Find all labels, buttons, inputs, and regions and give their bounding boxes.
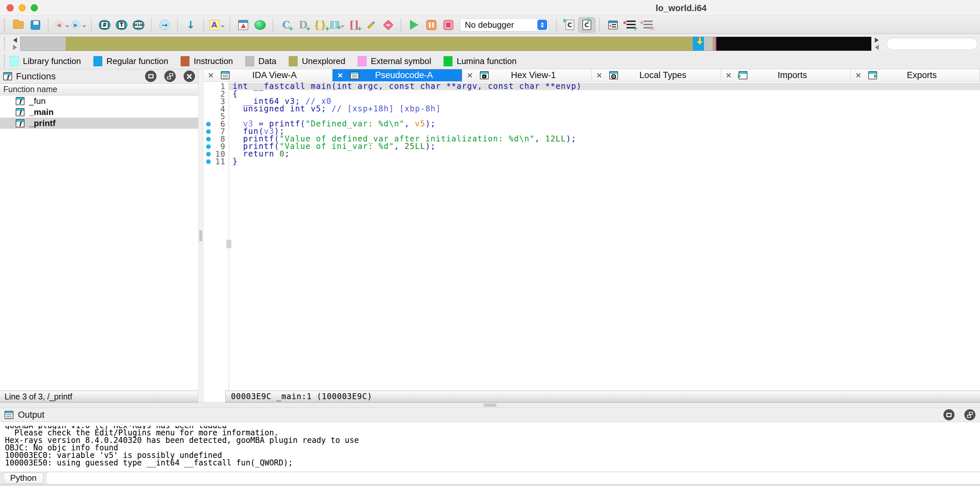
close-tab-icon[interactable] — [208, 72, 214, 79]
code-line-9[interactable]: 9 printf("Value of ini_var: %d", 25LL); — [203, 143, 980, 150]
navband-drag-handle[interactable] — [4, 38, 6, 50]
scroll-left-icon[interactable] — [13, 38, 17, 43]
close-panel-button[interactable] — [184, 71, 195, 82]
output-log[interactable]: gooMBA plugin v1.0 (c) Hex-Rays has been… — [0, 422, 980, 472]
breakpoint-list-delete-icon[interactable]: × — [638, 17, 655, 32]
tab-hex-view-1[interactable]: Hex View-1 — [462, 69, 592, 81]
jump-next-icon[interactable]: ↓ — [182, 17, 199, 32]
maximize-output-button[interactable] — [943, 409, 955, 420]
code-gutter[interactable]: 11 — [203, 158, 229, 165]
tab-imports[interactable]: Imports — [721, 69, 850, 81]
navband-segment-data[interactable] — [704, 37, 713, 51]
compile-d-icon[interactable]: D+ — [295, 17, 312, 32]
float-output-button[interactable] — [964, 409, 975, 420]
edit-function-icon[interactable] — [363, 17, 380, 32]
add-struct-icon[interactable]: + — [329, 17, 345, 32]
python-command-input[interactable] — [47, 472, 980, 484]
nav-back-icon[interactable]: ◀ — [53, 17, 70, 32]
code-line-6[interactable]: 6 v3 = printf("Defined_var: %d\n", v5); — [203, 120, 980, 128]
open-file-icon[interactable] — [10, 17, 27, 32]
toolbar-drag-handle[interactable] — [4, 19, 6, 31]
make-text-icon[interactable]: T — [113, 17, 130, 32]
output-icon — [5, 411, 13, 419]
jump-address-icon[interactable]: → — [156, 17, 173, 32]
tab-ida-view-a[interactable]: IDA View-A — [203, 69, 332, 81]
code-line-4[interactable]: 4 unsigned int v5; // [xsp+18h] [xbp-8h] — [203, 105, 980, 113]
navband-left-arrows[interactable] — [13, 38, 17, 50]
tab-local-types[interactable]: 0Local Types — [592, 69, 721, 81]
breakpoint-list-add-icon[interactable]: + — [621, 17, 638, 32]
pseudocode-view[interactable]: 1int __fastcall main(int argc, const cha… — [203, 82, 980, 391]
code-text[interactable]: } — [229, 158, 980, 165]
close-tab-icon[interactable] — [467, 72, 473, 79]
current-position-marker-icon[interactable] — [695, 37, 704, 48]
pause-process-icon[interactable] — [423, 17, 440, 32]
stop-process-icon[interactable] — [440, 17, 457, 32]
navband-segment-unexplored[interactable] — [713, 37, 715, 51]
code-line-10[interactable]: 10 return 0; — [203, 150, 980, 158]
navband-segment-data[interactable] — [21, 37, 66, 51]
tab-pseudocode-a[interactable]: Pseudocode-A — [332, 69, 462, 81]
splitter-grip[interactable] — [199, 230, 202, 241]
add-brackets-icon[interactable]: []+ — [345, 17, 363, 32]
navigation-band[interactable] — [20, 37, 872, 51]
horizontal-splitter[interactable] — [0, 402, 980, 408]
delete-breakpoint-icon[interactable] — [380, 17, 396, 32]
function-row-_main[interactable]: f_main — [0, 106, 198, 118]
close-tab-icon[interactable] — [337, 72, 344, 79]
address-dot-icon[interactable] — [206, 137, 211, 141]
code-text[interactable]: unsigned int v5; // [xsp+18h] [xbp-8h] — [229, 105, 980, 113]
address-dot-icon[interactable] — [206, 145, 211, 149]
select-stepper-icon[interactable] — [538, 20, 547, 30]
message-list-icon[interactable] — [605, 17, 621, 32]
scroll-right-icon[interactable] — [13, 45, 17, 50]
vertical-splitter[interactable] — [198, 69, 203, 402]
close-tab-icon[interactable] — [855, 72, 862, 79]
close-tab-icon[interactable] — [725, 72, 732, 79]
navband-segment-unexplored[interactable] — [66, 37, 693, 51]
code-text[interactable]: int __fastcall main(int argc, const char… — [229, 83, 980, 90]
maximize-panel-button[interactable] — [145, 71, 156, 82]
quick-c-view-icon[interactable]: C — [561, 17, 578, 32]
run-process-icon[interactable] — [406, 17, 423, 32]
compile-c-icon[interactable]: C+ — [278, 17, 295, 32]
address-dot-icon[interactable] — [206, 122, 211, 126]
address-dot-icon[interactable] — [206, 152, 211, 156]
code-line-1[interactable]: 1int __fastcall main(int argc, const cha… — [203, 83, 980, 90]
lumina-icon[interactable] — [251, 17, 269, 32]
gutter-splitter-grip[interactable] — [226, 240, 231, 248]
splitter-grip[interactable] — [484, 404, 496, 407]
debugger-select[interactable]: No debugger — [460, 18, 549, 31]
scroll-left-icon[interactable] — [875, 45, 879, 50]
code-text[interactable]: printf("Value of ini_var: %d", 25LL); — [229, 143, 980, 150]
search-input[interactable] — [886, 38, 977, 50]
python-language-button[interactable]: Python — [3, 473, 43, 484]
quick-c-view-active-icon[interactable]: C — [578, 17, 595, 32]
navband-segment-end[interactable] — [716, 37, 871, 51]
minimize-window-button[interactable] — [19, 4, 26, 11]
float-panel-button[interactable] — [164, 71, 176, 82]
code-text[interactable]: v3 = printf("Defined_var: %d\n", v5); — [229, 120, 980, 128]
address-dot-icon[interactable] — [206, 159, 211, 164]
code-text[interactable]: { — [229, 90, 980, 98]
tab-exports[interactable]: Exports — [851, 69, 980, 81]
strings-window-icon[interactable]: A — [208, 17, 225, 32]
legend-drag-handle[interactable] — [4, 55, 6, 68]
save-file-icon[interactable] — [27, 17, 44, 32]
function-name-column-header[interactable]: Function name — [0, 84, 198, 95]
function-row-_fun[interactable]: f_fun — [0, 95, 198, 106]
scroll-right-icon[interactable] — [875, 38, 879, 43]
close-window-button[interactable] — [6, 4, 14, 11]
close-tab-icon[interactable] — [596, 72, 603, 79]
graph-view-icon[interactable] — [235, 17, 251, 32]
code-line-11[interactable]: 11} — [203, 158, 980, 165]
add-braces-icon[interactable]: {}+ — [312, 17, 329, 32]
code-text[interactable]: return 0; — [229, 150, 980, 158]
address-dot-icon[interactable] — [206, 129, 211, 134]
make-binary-icon[interactable]: 010 — [130, 17, 147, 32]
make-number-icon[interactable]: # — [96, 17, 113, 32]
function-row-_printf[interactable]: f_printf — [0, 118, 198, 129]
nav-forward-icon[interactable]: ▶ — [70, 17, 87, 32]
zoom-window-button[interactable] — [31, 4, 38, 11]
navband-right-arrows[interactable] — [875, 38, 879, 50]
